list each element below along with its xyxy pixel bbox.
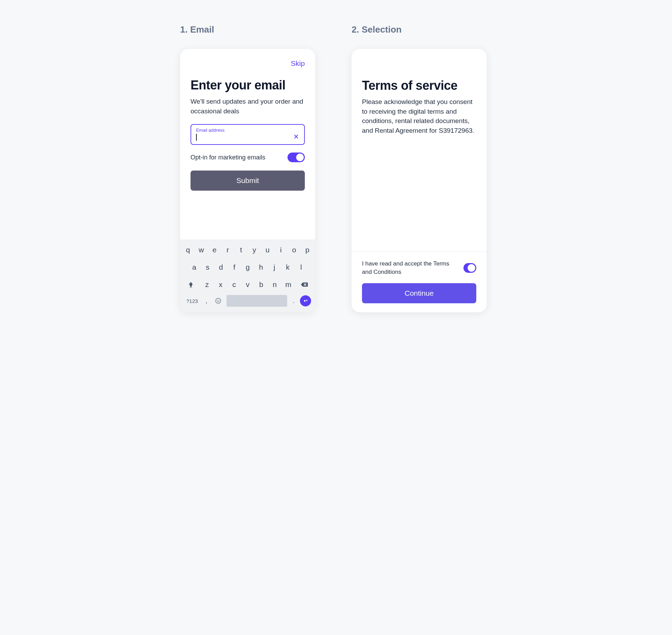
key-r[interactable]: r: [222, 243, 233, 257]
key-s[interactable]: s: [202, 260, 214, 274]
key-i[interactable]: i: [275, 243, 286, 257]
key-u[interactable]: u: [262, 243, 273, 257]
svg-rect-0: [190, 287, 192, 288]
key-m[interactable]: m: [282, 278, 294, 292]
optin-label: Opt-in for marketing emails: [191, 154, 265, 161]
key-h[interactable]: h: [255, 260, 267, 274]
space-key[interactable]: [227, 295, 287, 307]
key-e[interactable]: e: [209, 243, 220, 257]
email-subheading: We'll send updates and your order and oc…: [191, 97, 305, 116]
terms-heading: Terms of service: [362, 78, 476, 93]
svg-point-1: [216, 298, 221, 304]
key-p[interactable]: p: [302, 243, 313, 257]
key-k[interactable]: k: [282, 260, 294, 274]
keyboard: qwertyuiop asdfghjkl zxcvbnm: [180, 240, 315, 312]
key-b[interactable]: b: [255, 278, 267, 292]
key-a[interactable]: a: [188, 260, 200, 274]
continue-button[interactable]: Continue: [362, 283, 476, 303]
key-n[interactable]: n: [269, 278, 281, 292]
period-key[interactable]: .: [290, 298, 297, 304]
key-d[interactable]: d: [215, 260, 227, 274]
key-c[interactable]: c: [228, 278, 240, 292]
terms-body: Please acknowledge that you consent to r…: [362, 97, 476, 135]
keyboard-row-4: ?123 , .: [182, 295, 313, 307]
skip-link[interactable]: Skip: [291, 59, 305, 68]
section-2-title: 2. Selection: [352, 24, 492, 35]
emoji-key[interactable]: [213, 297, 224, 304]
key-t[interactable]: t: [235, 243, 247, 257]
key-j[interactable]: j: [268, 260, 280, 274]
section-1-title: 1. Email: [180, 24, 320, 35]
shift-key[interactable]: [182, 281, 200, 288]
key-w[interactable]: w: [195, 243, 207, 257]
optin-toggle[interactable]: [288, 153, 305, 162]
svg-point-3: [219, 300, 219, 301]
clear-icon[interactable]: [293, 133, 299, 141]
svg-point-2: [217, 300, 218, 301]
key-f[interactable]: f: [229, 260, 240, 274]
email-input-wrapper[interactable]: Email address: [191, 124, 305, 145]
keyboard-row-1: qwertyuiop: [182, 243, 313, 257]
key-g[interactable]: g: [242, 260, 254, 274]
key-z[interactable]: z: [201, 278, 213, 292]
key-o[interactable]: o: [288, 243, 300, 257]
comma-key[interactable]: ,: [203, 298, 210, 304]
accept-toggle[interactable]: [463, 263, 476, 273]
phone-screen-terms: Terms of service Please acknowledge that…: [352, 49, 487, 312]
email-input-label: Email address: [196, 128, 299, 133]
keyboard-row-3: zxcvbnm: [182, 278, 313, 292]
email-heading: Enter your email: [191, 78, 305, 93]
enter-key[interactable]: [300, 295, 311, 306]
phone-screen-email: Skip Enter your email We'll send updates…: [180, 49, 315, 312]
text-cursor: [196, 134, 197, 141]
key-y[interactable]: y: [249, 243, 260, 257]
key-x[interactable]: x: [215, 278, 227, 292]
key-q[interactable]: q: [182, 243, 194, 257]
keyboard-row-2: asdfghjkl: [182, 260, 313, 274]
submit-button[interactable]: Submit: [191, 171, 305, 191]
key-v[interactable]: v: [242, 278, 254, 292]
backspace-key[interactable]: [296, 281, 313, 288]
key-l[interactable]: l: [295, 260, 307, 274]
accept-label: I have read and accept the Terms and Con…: [362, 260, 457, 276]
numeric-key[interactable]: ?123: [184, 298, 200, 304]
